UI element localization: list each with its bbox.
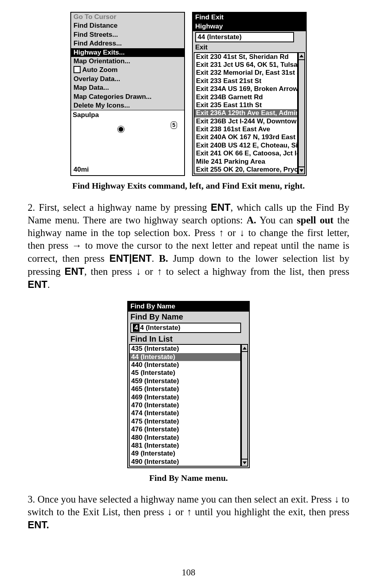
list-item[interactable]: 440 (Interstate): [130, 361, 240, 369]
find-in-list-label: Find In List: [128, 334, 249, 344]
list-item[interactable]: 49 (Interstate): [130, 450, 240, 458]
list-item[interactable]: 476 (Interstate): [130, 425, 240, 433]
exit-list-area: Exit 230 41st St, Sheridan RdExit 231 Jc…: [193, 52, 306, 176]
menu-item[interactable]: Map Orientation...: [71, 57, 184, 66]
caption-middle: Find By Name menu.: [28, 473, 349, 483]
menu-item[interactable]: Find Distance: [71, 21, 184, 30]
list-item[interactable]: Exit 231 Jct US 64, OK 51, Tulsa,: [194, 61, 297, 69]
menu-item[interactable]: Auto Zoom: [71, 66, 184, 74]
menu-item[interactable]: Go To Cursor: [71, 13, 184, 21]
scroll-up-icon[interactable]: [242, 345, 247, 352]
list-item[interactable]: Exit 232 Memorial Dr, East 31st S: [194, 69, 297, 77]
middle-screenshot-row: Find By Name Find By Name 44 (Interstate…: [28, 301, 349, 468]
find-by-name-label: Find By Name: [128, 312, 249, 322]
caption-top: Find Highway Exits command, left, and Fi…: [28, 181, 349, 191]
name-field-row: 44 (Interstate): [128, 322, 249, 334]
list-item[interactable]: Exit 241 OK 66 E, Catoosa, Jct I-: [194, 149, 297, 157]
scroll-down-icon[interactable]: [299, 166, 304, 174]
list-item[interactable]: 45 (Interstate): [130, 369, 240, 377]
checkbox-icon[interactable]: [74, 66, 81, 73]
list-item[interactable]: Exit 240B US 412 E, Choteau, Silo: [194, 142, 297, 149]
exit-section-label: Exit: [193, 43, 306, 52]
list-item[interactable]: Mile 241 Parking Area: [194, 158, 297, 166]
list-item[interactable]: 481 (Interstate): [130, 442, 240, 450]
list-item[interactable]: 474 (Interstate): [130, 409, 240, 417]
name-input[interactable]: 44 (Interstate): [130, 323, 241, 333]
list-item[interactable]: Exit 230 41st St, Sheridan Rd: [194, 53, 297, 61]
list-item[interactable]: Exit 236A 129th Ave East, Admir: [194, 109, 297, 117]
list-item[interactable]: Exit 236B Jct I-244 W, Downtow: [194, 117, 297, 125]
list-item[interactable]: Exit 255 OK 20, Claremore, Pryo: [194, 166, 297, 174]
list-item[interactable]: 459 (Interstate): [130, 377, 240, 385]
list-item[interactable]: 470 (Interstate): [130, 401, 240, 409]
list-item[interactable]: Exit 234A US 169, Broken Arrow: [194, 85, 297, 93]
map-viewport: Sapulpa 5 40mi: [71, 110, 184, 175]
highway-input[interactable]: 44 (Interstate): [195, 32, 294, 42]
map-cursor-icon: [119, 127, 123, 132]
window-title: Find Exit: [193, 13, 306, 22]
scrollbar[interactable]: [241, 344, 248, 467]
name-list-area: 435 (Interstate)44 (Interstate)440 (Inte…: [128, 344, 249, 467]
menu-item[interactable]: Highway Exits...: [71, 48, 184, 57]
step-2-paragraph: 2. First, select a highway name by press…: [28, 201, 349, 291]
list-item[interactable]: Exit 234B Garnett Rd: [194, 93, 297, 101]
menu-item[interactable]: Delete My Icons...: [71, 101, 184, 110]
map-marker-number: 5: [171, 121, 177, 129]
menu-item[interactable]: Overlay Data...: [71, 75, 184, 83]
step-3-paragraph: 3. Once you have selected a highway name…: [28, 493, 349, 531]
highway-field-row: 44 (Interstate): [193, 31, 306, 43]
window-title: Find By Name: [128, 302, 249, 311]
list-item[interactable]: 475 (Interstate): [130, 418, 240, 425]
find-exit-screenshot: Find Exit Highway 44 (Interstate) Exit E…: [192, 12, 307, 176]
menu-item[interactable]: Find Streets...: [71, 30, 184, 39]
list-item[interactable]: 44 (Interstate): [130, 353, 240, 361]
menu-item[interactable]: Find Address...: [71, 39, 184, 48]
page-number: 108: [0, 567, 377, 578]
list-item[interactable]: 490 (Interstate): [130, 458, 240, 466]
list-item[interactable]: Exit 238 161st East Ave: [194, 125, 297, 133]
highway-section-label: Highway: [193, 22, 306, 31]
list-item[interactable]: 465 (Interstate): [130, 385, 240, 393]
list-item[interactable]: Exit 235 East 11th St: [194, 101, 297, 109]
list-item[interactable]: Exit 240A OK 167 N, 193rd East A: [194, 133, 297, 141]
find-by-name-screenshot: Find By Name Find By Name 44 (Interstate…: [127, 301, 250, 468]
scroll-down-icon[interactable]: [242, 459, 247, 466]
scrollbar[interactable]: [298, 52, 305, 175]
highway-name-list[interactable]: 435 (Interstate)44 (Interstate)440 (Inte…: [129, 344, 241, 467]
map-range-label: 40mi: [74, 166, 89, 174]
list-item[interactable]: Exit 233 East 21st St: [194, 77, 297, 85]
edit-caret-icon: 4: [133, 324, 139, 332]
scroll-up-icon[interactable]: [299, 53, 304, 60]
menu-item[interactable]: Map Categories Drawn...: [71, 93, 184, 101]
list-item[interactable]: 480 (Interstate): [130, 434, 240, 442]
list-item[interactable]: 469 (Interstate): [130, 393, 240, 401]
map-menu-screenshot: Go To CursorFind DistanceFind Streets...…: [70, 12, 185, 176]
exit-list[interactable]: Exit 230 41st St, Sheridan RdExit 231 Jc…: [194, 52, 298, 175]
list-item[interactable]: 435 (Interstate): [130, 345, 240, 353]
menu-item[interactable]: Map Data...: [71, 83, 184, 92]
top-screenshot-row: Go To CursorFind DistanceFind Streets...…: [28, 12, 349, 176]
map-city-label: Sapulpa: [73, 111, 99, 119]
